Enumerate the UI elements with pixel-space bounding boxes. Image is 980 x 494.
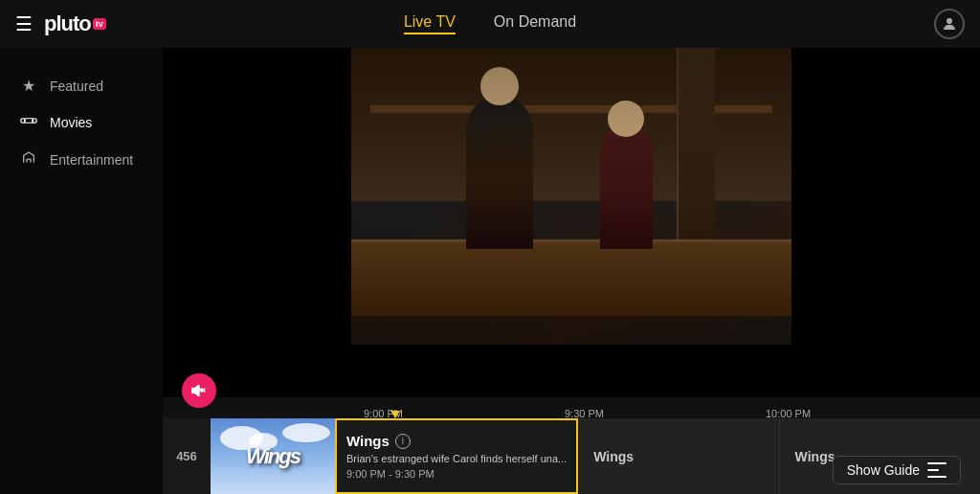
video-area — [163, 48, 980, 402]
guide-icon-line-2 — [927, 469, 939, 471]
guide-icon-line-3 — [927, 476, 947, 478]
info-icon[interactable]: i — [395, 434, 411, 449]
video-frame — [351, 48, 791, 345]
cloud-3 — [282, 423, 330, 442]
menu-icon[interactable]: ☰ — [15, 12, 33, 35]
sidebar-label-entertainment: Entertainment — [50, 152, 133, 168]
wings-logo: Wings — [246, 444, 300, 469]
featured-icon: ★ — [19, 77, 38, 95]
logo-text: pluto — [44, 11, 91, 36]
program-title-row: Wings i — [346, 433, 567, 449]
sidebar-label-featured: Featured — [50, 79, 103, 94]
entertainment-icon — [19, 150, 38, 169]
sidebar-item-movies[interactable]: Movies — [0, 104, 163, 141]
timeline: 9:00 PM 9:30 PM 10:00 PM — [163, 397, 980, 418]
sidebar-label-movies: Movies — [50, 115, 92, 130]
nav-live-tv[interactable]: Live TV — [404, 13, 456, 34]
program-description: Brian's estranged wife Carol finds herse… — [346, 453, 567, 464]
channel-thumbnail[interactable]: Wings — [211, 418, 335, 494]
svg-point-0 — [947, 18, 952, 24]
sidebar-item-entertainment[interactable]: Entertainment — [0, 141, 163, 179]
nav-on-demand[interactable]: On Demand — [494, 13, 576, 34]
mute-button[interactable] — [182, 373, 216, 408]
logo-badge: tv — [93, 18, 106, 30]
show-guide-button[interactable]: Show Guide — [833, 456, 961, 484]
atmosphere — [351, 48, 791, 345]
logo: pluto tv — [44, 11, 106, 36]
program-info-card: Wings i Brian's estranged wife Carol fin… — [335, 418, 578, 494]
program-next-title: Wings — [593, 449, 634, 464]
svg-rect-3 — [25, 119, 33, 124]
time-marker — [390, 411, 400, 418]
guide-list-icon — [927, 462, 947, 478]
program-far-title: Wings — [795, 449, 835, 464]
sidebar-item-featured[interactable]: ★ Featured — [0, 67, 163, 104]
program-title: Wings — [346, 433, 390, 449]
show-guide-label: Show Guide — [847, 462, 920, 478]
movies-icon — [19, 114, 38, 131]
sidebar: ★ Featured Movies Entertainment — [0, 48, 163, 494]
program-next[interactable]: Wings — [578, 418, 778, 494]
program-time: 9:00 PM - 9:30 PM — [346, 468, 567, 480]
user-icon[interactable] — [934, 9, 965, 39]
nav-tabs: Live TV On Demand — [404, 13, 576, 34]
channel-number: 456 — [163, 418, 211, 494]
header: ☰ pluto tv Live TV On Demand — [0, 0, 980, 48]
guide-icon-line-1 — [927, 462, 947, 464]
